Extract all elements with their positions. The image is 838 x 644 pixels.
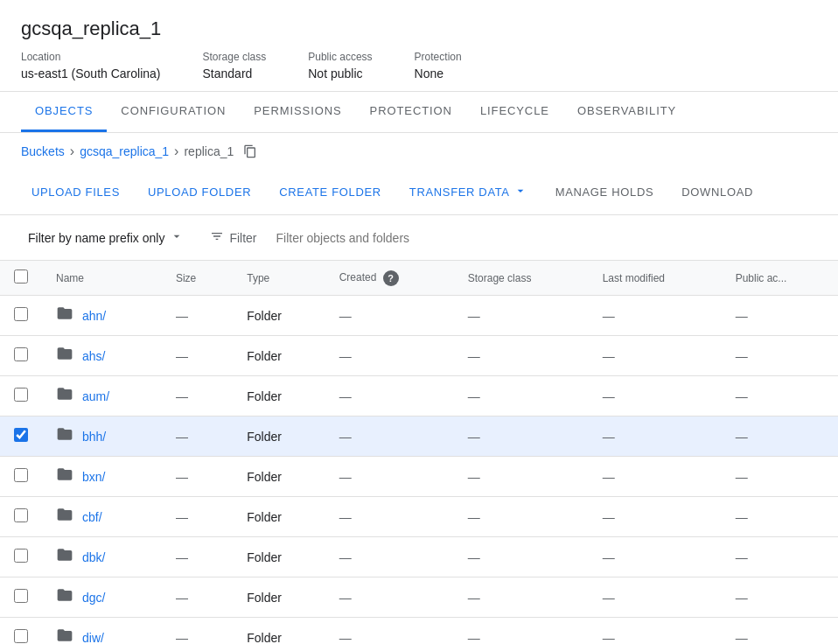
row-storage-class: —: [454, 497, 589, 537]
row-type: Folder: [233, 336, 325, 376]
col-header-storage-class: Storage class: [454, 261, 589, 296]
row-public-access: —: [722, 336, 838, 376]
row-type: Folder: [233, 537, 325, 578]
row-checkbox[interactable]: [14, 549, 28, 563]
row-checkbox[interactable]: [14, 428, 28, 442]
folder-link[interactable]: cbf/: [82, 510, 102, 524]
folder-link[interactable]: bhh/: [82, 430, 106, 444]
row-public-access: —: [722, 537, 838, 578]
row-checkbox[interactable]: [14, 629, 28, 643]
tab-objects[interactable]: OBJECTS: [21, 92, 107, 132]
tab-protection[interactable]: PROTECTION: [356, 92, 466, 132]
folder-link[interactable]: bxn/: [82, 470, 105, 484]
row-created: —: [325, 416, 454, 457]
row-created: —: [325, 618, 454, 645]
location-label: Location: [21, 51, 161, 63]
row-checkbox[interactable]: [14, 468, 28, 482]
row-public-access: —: [722, 296, 838, 336]
copy-path-icon[interactable]: [242, 144, 258, 159]
action-bar: UPLOAD FILES UPLOAD FOLDER CREATE FOLDER…: [0, 170, 838, 215]
col-header-created: Created ?: [325, 261, 454, 296]
folder-link[interactable]: dgc/: [82, 591, 105, 605]
row-size: —: [162, 336, 233, 376]
row-name: bxn/: [42, 457, 162, 497]
folder-link[interactable]: ahn/: [82, 309, 106, 323]
folder-icon: [56, 425, 73, 447]
row-type: Folder: [233, 296, 325, 336]
protection-label: Protection: [415, 51, 462, 63]
location-value: us-east1 (South Carolina): [21, 66, 161, 80]
col-header-name: Name: [42, 261, 162, 296]
row-public-access: —: [722, 416, 838, 457]
row-created: —: [325, 537, 454, 578]
row-checkbox-cell[interactable]: [0, 416, 42, 457]
filter-input[interactable]: [276, 226, 817, 250]
table-row: bxn/ — Folder — — — —: [0, 457, 838, 497]
breadcrumb-bucket-name[interactable]: gcsqa_replica_1: [80, 144, 169, 158]
row-size: —: [162, 457, 233, 497]
breadcrumb-buckets[interactable]: Buckets: [21, 144, 65, 158]
row-checkbox[interactable]: [14, 347, 28, 361]
row-checkbox-cell[interactable]: [0, 497, 42, 537]
upload-files-button[interactable]: UPLOAD FILES: [21, 178, 130, 206]
table-row: dgc/ — Folder — — — —: [0, 578, 838, 618]
row-last-modified: —: [589, 618, 722, 645]
table-row: diw/ — Folder — — — —: [0, 618, 838, 645]
transfer-data-button[interactable]: TRANSFER DATA: [399, 177, 538, 207]
tab-configuration[interactable]: CONFIGURATION: [107, 92, 240, 132]
protection-value: None: [415, 66, 462, 80]
select-all-header[interactable]: [0, 261, 42, 296]
download-button[interactable]: DOWNLOAD: [671, 178, 764, 206]
row-public-access: —: [722, 578, 838, 618]
filter-bar: Filter by name prefix only Filter: [0, 215, 838, 261]
folder-link[interactable]: aum/: [82, 389, 109, 403]
row-checkbox[interactable]: [14, 388, 28, 402]
folder-icon: [56, 466, 73, 487]
row-checkbox[interactable]: [14, 307, 28, 321]
row-checkbox[interactable]: [14, 589, 28, 603]
row-checkbox-cell[interactable]: [0, 376, 42, 416]
created-info-icon[interactable]: ?: [383, 270, 399, 286]
row-created: —: [325, 578, 454, 618]
row-last-modified: —: [589, 537, 722, 578]
select-all-checkbox[interactable]: [14, 270, 28, 284]
filter-button[interactable]: Filter: [201, 224, 265, 251]
folder-icon: [56, 626, 73, 644]
breadcrumb-folder-name: replica_1: [184, 144, 234, 158]
row-type: Folder: [233, 376, 325, 416]
folder-link[interactable]: diw/: [82, 631, 104, 645]
folder-link[interactable]: ahs/: [82, 349, 105, 363]
create-folder-button[interactable]: CREATE FOLDER: [269, 178, 392, 206]
folder-link[interactable]: dbk/: [82, 550, 105, 564]
row-storage-class: —: [454, 376, 589, 416]
upload-folder-button[interactable]: UPLOAD FOLDER: [137, 178, 262, 206]
tab-observability[interactable]: OBSERVABILITY: [563, 92, 690, 132]
tab-permissions[interactable]: PERMISSIONS: [240, 92, 355, 132]
row-last-modified: —: [589, 416, 722, 457]
row-storage-class: —: [454, 336, 589, 376]
row-checkbox-cell[interactable]: [0, 578, 42, 618]
storage-class-label: Storage class: [203, 51, 267, 63]
row-name: ahs/: [42, 336, 162, 376]
row-checkbox-cell[interactable]: [0, 457, 42, 497]
tab-lifecycle[interactable]: LIFECYCLE: [466, 92, 563, 132]
row-checkbox-cell[interactable]: [0, 537, 42, 578]
folder-icon: [56, 345, 73, 367]
breadcrumb: Buckets › gcsqa_replica_1 › replica_1: [0, 133, 838, 170]
manage-holds-button[interactable]: MANAGE HOLDS: [545, 178, 665, 206]
row-checkbox-cell[interactable]: [0, 618, 42, 645]
table-row: bhh/ — Folder — — — —: [0, 416, 838, 457]
table-row: dbk/ — Folder — — — —: [0, 537, 838, 578]
col-header-type: Type: [233, 261, 325, 296]
row-storage-class: —: [454, 537, 589, 578]
row-checkbox[interactable]: [14, 508, 28, 522]
row-size: —: [162, 537, 233, 578]
storage-class-value: Standard: [203, 66, 267, 80]
row-checkbox-cell[interactable]: [0, 336, 42, 376]
meta-storage-class: Storage class Standard: [203, 51, 267, 80]
row-checkbox-cell[interactable]: [0, 296, 42, 336]
filter-type-dropdown[interactable]: Filter by name prefix only: [21, 224, 191, 251]
row-storage-class: —: [454, 296, 589, 336]
row-name: bhh/: [42, 416, 162, 457]
row-type: Folder: [233, 578, 325, 618]
